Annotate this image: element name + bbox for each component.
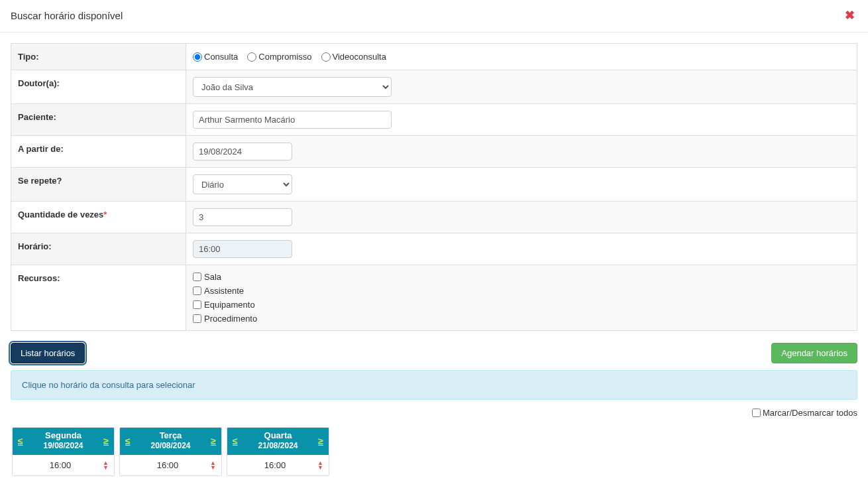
modal-title: Buscar horário disponível	[11, 10, 123, 21]
toggle-all-row: Marcar/Desmarcar todos	[0, 408, 868, 424]
input-horario[interactable]	[193, 240, 292, 258]
time-slot[interactable]: 16:00 ▲▼	[120, 455, 221, 475]
day-name: Terça	[132, 430, 210, 441]
day-date: 21/08/2024	[239, 441, 317, 451]
label-doutor: Doutor(a):	[11, 70, 186, 103]
prev-day-icon[interactable]: ≤	[17, 436, 25, 446]
toggle-all-checkbox[interactable]: Marcar/Desmarcar todos	[752, 408, 857, 418]
checkbox-equipamento[interactable]: Equipamento	[193, 300, 257, 310]
cell-serepete: Diário	[186, 168, 857, 201]
input-qtd[interactable]	[193, 208, 292, 226]
label-recursos: Recursos:	[11, 265, 186, 330]
info-bar: Clique no horário da consulta para selec…	[11, 370, 857, 400]
radio-compromisso[interactable]: Compromisso	[247, 52, 311, 62]
cell-recursos: Sala Assistente Equipamento Procedimento	[186, 265, 857, 330]
required-icon: *	[103, 210, 107, 220]
day-columns: ≤ Segunda19/08/2024 ≥ 16:00 ▲▼ ≤ Terça20…	[0, 424, 868, 487]
cell-doutor: João da Silva	[186, 70, 857, 103]
input-date[interactable]	[193, 143, 292, 160]
label-serepete: Se repete?	[11, 168, 186, 201]
input-paciente[interactable]	[193, 111, 392, 129]
radio-consulta[interactable]: Consulta	[193, 52, 238, 62]
next-day-icon[interactable]: ≥	[209, 436, 217, 446]
label-tipo: Tipo:	[11, 44, 186, 70]
select-doutor[interactable]: João da Silva	[193, 77, 392, 97]
day-name: Segunda	[25, 430, 103, 441]
cell-tipo: Consulta Compromisso Videoconsulta	[186, 44, 857, 70]
checkbox-sala[interactable]: Sala	[193, 272, 257, 282]
label-apartirde: A partir de:	[11, 136, 186, 167]
label-horario: Horário:	[11, 233, 186, 265]
close-icon[interactable]: ✖	[845, 8, 855, 23]
day-date: 20/08/2024	[132, 441, 210, 451]
schedule-hours-button[interactable]: Agendar horários	[771, 343, 857, 363]
select-repeat[interactable]: Diário	[193, 174, 292, 194]
time-slot[interactable]: 16:00 ▲▼	[227, 455, 329, 475]
day-col-2: ≤ Quarta21/08/2024 ≥ 16:00 ▲▼	[227, 427, 329, 476]
cell-horario	[186, 233, 857, 265]
checkbox-assistente[interactable]: Assistente	[193, 286, 257, 296]
time-stepper-icon[interactable]: ▲▼	[317, 461, 323, 470]
modal-header: Buscar horário disponível ✖	[0, 0, 868, 32]
checkbox-procedimento[interactable]: Procedimento	[193, 314, 257, 324]
prev-day-icon[interactable]: ≤	[231, 436, 239, 446]
form-table: Tipo: Consulta Compromisso Videoconsulta…	[11, 43, 857, 331]
label-qtd: Quantidade de vezes*	[11, 202, 186, 233]
button-row: Listar horários Agendar horários	[0, 331, 868, 370]
next-day-icon[interactable]: ≥	[317, 436, 325, 446]
time-stepper-icon[interactable]: ▲▼	[103, 461, 109, 470]
cell-paciente	[186, 104, 857, 135]
modal-container: Buscar horário disponível ✖ Tipo: Consul…	[0, 0, 868, 502]
cell-qtd	[186, 202, 857, 233]
day-date: 19/08/2024	[25, 441, 103, 451]
time-stepper-icon[interactable]: ▲▼	[210, 461, 216, 470]
day-name: Quarta	[239, 430, 317, 441]
day-col-1: ≤ Terça20/08/2024 ≥ 16:00 ▲▼	[119, 427, 222, 476]
radio-videoconsulta[interactable]: Videoconsulta	[321, 52, 386, 62]
cell-apartirde	[186, 136, 857, 167]
list-hours-button[interactable]: Listar horários	[11, 343, 85, 363]
label-paciente: Paciente:	[11, 104, 186, 135]
prev-day-icon[interactable]: ≤	[124, 436, 132, 446]
time-slot[interactable]: 16:00 ▲▼	[13, 455, 114, 475]
day-col-0: ≤ Segunda19/08/2024 ≥ 16:00 ▲▼	[12, 427, 115, 476]
next-day-icon[interactable]: ≥	[102, 436, 110, 446]
